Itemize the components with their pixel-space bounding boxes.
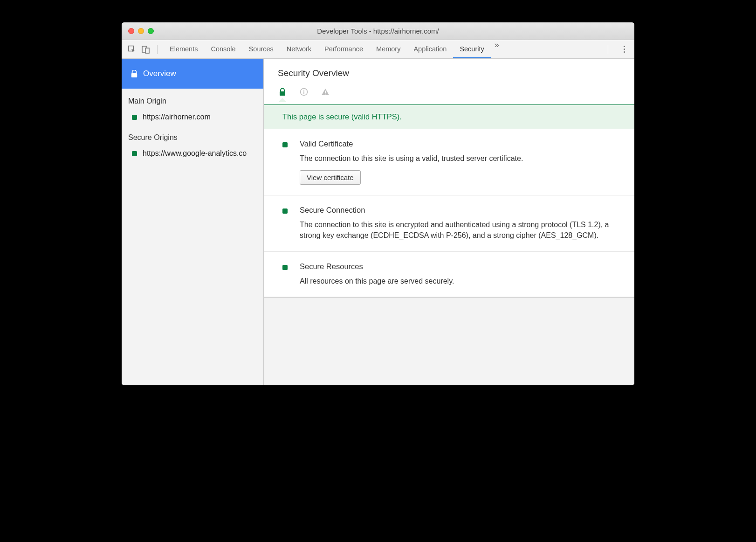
section-text: All resources on this page are served se…: [300, 276, 620, 286]
sidebar-secure-origin[interactable]: https://www.google-analytics.co: [122, 146, 263, 161]
sidebar-overview[interactable]: Overview: [122, 59, 263, 89]
section-secure-resources: Secure Resources All resources on this p…: [264, 252, 634, 297]
view-certificate-button[interactable]: View certificate: [300, 170, 361, 185]
zoom-window-button[interactable]: [148, 28, 154, 34]
devtools-body: Overview Main Origin https://airhorner.c…: [122, 59, 634, 385]
close-window-button[interactable]: [128, 28, 134, 34]
tab-memory[interactable]: Memory: [370, 40, 407, 58]
window-titlebar: Developer Tools - https://airhorner.com/: [122, 22, 634, 40]
traffic-lights: [122, 28, 154, 34]
tab-security[interactable]: Security: [453, 40, 490, 58]
toolbar-separator: [157, 45, 158, 54]
sidebar-secure-origins-label: Secure Origins: [122, 125, 263, 146]
inspect-element-icon[interactable]: [126, 44, 137, 55]
tab-console[interactable]: Console: [204, 40, 242, 58]
security-main-panel: Security Overview This page is secure (v…: [264, 59, 634, 385]
security-overview-title: Security Overview: [264, 59, 634, 85]
security-status-icons: [264, 85, 634, 99]
section-title: Secure Connection: [300, 206, 620, 215]
tab-performance[interactable]: Performance: [318, 40, 370, 58]
security-sidebar: Overview Main Origin https://airhorner.c…: [122, 59, 264, 385]
sidebar-overview-label: Overview: [143, 69, 176, 78]
tab-network[interactable]: Network: [280, 40, 318, 58]
section-secure-connection: Secure Connection The connection to this…: [264, 195, 634, 251]
main-origin-url: https://airhorner.com: [143, 113, 211, 121]
devtools-tabs: Elements Console Sources Network Perform…: [163, 40, 602, 58]
warning-icon[interactable]: [321, 88, 330, 96]
sidebar-main-origin-label: Main Origin: [122, 89, 263, 109]
tab-application[interactable]: Application: [407, 40, 453, 58]
section-text: The connection to this site is encrypted…: [300, 219, 620, 241]
info-icon[interactable]: [299, 88, 309, 96]
tab-elements[interactable]: Elements: [163, 40, 204, 58]
section-title: Valid Certificate: [300, 139, 620, 148]
svg-rect-3: [131, 73, 137, 77]
tabs-overflow-icon[interactable]: »: [491, 40, 503, 58]
svg-rect-8: [325, 91, 326, 93]
main-footer-space: [264, 297, 634, 385]
secure-lock-icon[interactable]: [278, 88, 287, 96]
svg-rect-2: [145, 48, 149, 53]
devtools-window: Developer Tools - https://airhorner.com/…: [122, 22, 634, 385]
minimize-window-button[interactable]: [138, 28, 144, 34]
secure-indicator-icon: [282, 265, 288, 270]
sidebar-main-origin[interactable]: https://airhorner.com: [122, 109, 263, 125]
section-title: Secure Resources: [300, 262, 620, 271]
secure-origin-url: https://www.google-analytics.co: [143, 149, 247, 158]
lock-icon: [131, 70, 137, 77]
svg-rect-7: [303, 91, 304, 94]
devtools-menu-icon[interactable]: [619, 44, 630, 55]
device-toolbar-icon[interactable]: [140, 44, 151, 55]
devtools-toolbar: Elements Console Sources Network Perform…: [122, 40, 634, 59]
section-valid-certificate: Valid Certificate The connection to this…: [264, 129, 634, 195]
svg-point-9: [325, 93, 326, 94]
secure-indicator-icon: [132, 151, 137, 156]
secure-indicator-icon: [132, 115, 137, 120]
secure-indicator-icon: [282, 142, 288, 147]
toolbar-separator: [608, 45, 608, 54]
window-title: Developer Tools - https://airhorner.com/: [122, 27, 634, 35]
tab-sources[interactable]: Sources: [242, 40, 280, 58]
section-text: The connection to this site is using a v…: [300, 153, 620, 164]
security-status-banner: This page is secure (valid HTTPS).: [264, 104, 634, 129]
svg-point-6: [303, 90, 304, 90]
svg-rect-4: [280, 91, 285, 96]
secure-indicator-icon: [282, 208, 288, 214]
